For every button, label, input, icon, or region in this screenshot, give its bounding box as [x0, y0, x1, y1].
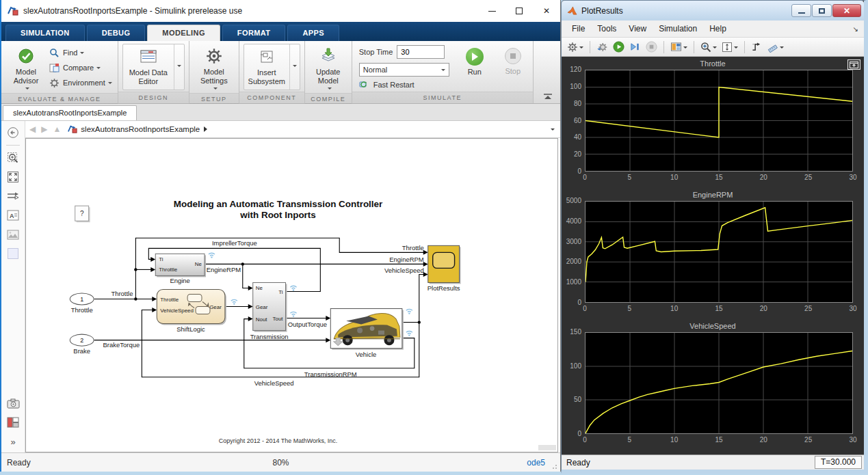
palette-rail: A»: [1, 121, 25, 452]
model-data-editor-button[interactable]: Model Data Editor: [122, 44, 185, 90]
sim-mode-select[interactable]: Normal: [359, 63, 449, 77]
fit-view-icon[interactable]: [5, 169, 21, 185]
ribbon-tab-modeling[interactable]: MODELING: [147, 25, 220, 41]
ribbon-tab-format[interactable]: FORMAT: [222, 25, 286, 41]
hide-browser-icon[interactable]: [5, 124, 21, 141]
ribbon-tab-debug[interactable]: DEBUG: [87, 25, 146, 41]
scope-stop-button[interactable]: [644, 40, 659, 54]
plot-axes[interactable]: [585, 70, 853, 172]
insert-subsystem-label: Insert Subsystem: [244, 68, 289, 85]
scope-step-forward-button[interactable]: [628, 40, 642, 53]
model-settings-button[interactable]: Model Settings: [194, 44, 235, 92]
insert-subsystem-dropdown[interactable]: [289, 44, 300, 90]
layout-button[interactable]: [669, 40, 689, 53]
model-data-editor-dropdown[interactable]: [174, 44, 184, 90]
ribbon-tab-simulation[interactable]: SIMULATION: [5, 25, 85, 41]
menu-tools[interactable]: Tools: [591, 21, 622, 36]
close-button[interactable]: ✕: [533, 0, 560, 22]
vehicle-block[interactable]: Vehicle: [330, 309, 404, 358]
svg-text:2: 2: [80, 337, 83, 344]
model-advisor-button[interactable]: Model Advisor: [5, 44, 47, 92]
dropdown-caret: [328, 87, 332, 92]
zoom-in-button[interactable]: [699, 40, 718, 54]
section-component: Insert Subsystem COMPONENT: [239, 41, 305, 103]
subsystem-viewer-icon[interactable]: [5, 414, 21, 431]
resize-grip[interactable]: [552, 463, 559, 470]
model-canvas[interactable]: Modeling an Automatic Transmission Contr…: [25, 138, 558, 452]
highlight-block-button[interactable]: [595, 40, 609, 54]
menu-help[interactable]: Help: [703, 21, 733, 36]
x-tick-label: 15: [710, 174, 728, 181]
x-tick-label: 25: [800, 174, 817, 181]
menu-simulation[interactable]: Simulation: [653, 21, 703, 36]
inport-brake[interactable]: 2 Brake: [70, 334, 94, 355]
fit-view-button[interactable]: [720, 40, 739, 54]
x-tick-label: 20: [754, 174, 772, 181]
menu-file[interactable]: File: [566, 21, 591, 36]
y-tick-label: 150: [562, 328, 581, 336]
solver-link[interactable]: ode5: [527, 458, 555, 467]
run-button[interactable]: Run: [459, 44, 490, 90]
compare-button[interactable]: Compare: [48, 61, 112, 74]
simulink-window: slexAutotransRootInportsExample - Simuli…: [0, 0, 561, 472]
scope-window: PlotResults ✕ FileToolsViewSimulationHel…: [561, 0, 868, 474]
up-icon[interactable]: ▲: [53, 124, 61, 134]
settings-gear-button[interactable]: [566, 40, 585, 54]
canvas-scroll-nub[interactable]: [538, 445, 556, 450]
menubar-overflow-icon[interactable]: ↘: [853, 25, 864, 33]
shiftlogic-block[interactable]: Throttle VehicleSpeed Gear ShiftLogic: [157, 289, 226, 332]
breadcrumb[interactable]: slexAutotransRootInportsExample: [81, 125, 200, 133]
signal-routing-icon[interactable]: [5, 188, 21, 204]
menu-view[interactable]: View: [622, 21, 653, 36]
diagram-title-line1: Modeling an Automatic Transmission Contr…: [174, 199, 383, 209]
stop-time-input[interactable]: [397, 45, 445, 59]
breadcrumb-expand-icon[interactable]: [204, 126, 210, 132]
trigger-button[interactable]: [750, 40, 763, 53]
engine-block[interactable]: Ti Throttle Ne Engine: [155, 254, 206, 284]
fast-restart-toggle[interactable]: Fast Restart: [359, 80, 449, 89]
plot-axes[interactable]: [585, 201, 853, 303]
stop-button[interactable]: Stop: [497, 44, 529, 90]
scope-plot-enginerpm: EngineRPM0100020003000400050000510152025…: [562, 189, 864, 321]
maximize-button[interactable]: [505, 0, 533, 22]
help-block[interactable]: ?: [75, 206, 90, 222]
model-advisor-label: Model Advisor: [5, 68, 47, 85]
svg-text:Throttle: Throttle: [71, 306, 93, 314]
document-tab[interactable]: slexAutotransRootInportsExample: [3, 105, 137, 120]
transmission-block[interactable]: Ne Gear Nout Ti Tout Transmission: [250, 282, 289, 340]
screenshot-icon[interactable]: [5, 395, 21, 411]
measurements-button[interactable]: [765, 40, 785, 54]
plotresults-block[interactable]: PlotResults: [428, 245, 461, 292]
image-icon[interactable]: [5, 226, 21, 243]
y-tick-label: 100: [562, 362, 581, 370]
scope-title: PlotResults: [581, 6, 623, 16]
scope-sim-time: T=30.000: [815, 456, 862, 469]
scope-minimize-button[interactable]: [791, 4, 811, 17]
environment-button[interactable]: Environment: [48, 76, 112, 90]
zoom-region-icon[interactable]: [5, 150, 21, 166]
ribbon-tab-apps[interactable]: APPS: [287, 25, 339, 41]
update-model-icon: [319, 46, 337, 66]
find-button[interactable]: Find: [48, 46, 112, 59]
plot-axes[interactable]: [585, 332, 853, 434]
dropdown-caret: [80, 52, 84, 56]
scope-close-button[interactable]: ✕: [832, 4, 861, 17]
plot-title-enginerpm: EngineRPM: [562, 191, 864, 199]
minimize-button[interactable]: [478, 0, 505, 22]
area-icon[interactable]: [5, 245, 21, 262]
svg-text:PlotResults: PlotResults: [428, 284, 460, 292]
collapse-ribbon-button[interactable]: [542, 93, 553, 101]
forward-icon[interactable]: ▶: [41, 124, 47, 134]
simulink-app-icon: [8, 5, 18, 16]
x-tick-label: 5: [620, 436, 638, 444]
back-icon[interactable]: ◀: [29, 124, 36, 134]
scope-run-button[interactable]: [611, 40, 626, 54]
insert-subsystem-button[interactable]: Insert Subsystem: [244, 44, 300, 90]
breadcrumb-dropdown-icon[interactable]: [551, 128, 555, 133]
expand-icon[interactable]: »: [5, 433, 21, 450]
annotation-icon[interactable]: A: [5, 207, 21, 223]
update-model-button[interactable]: Update Model: [309, 44, 347, 92]
x-tick-label: 20: [754, 305, 772, 312]
inport-throttle[interactable]: 1 Throttle: [70, 293, 94, 314]
scope-maximize-button[interactable]: [812, 4, 832, 17]
